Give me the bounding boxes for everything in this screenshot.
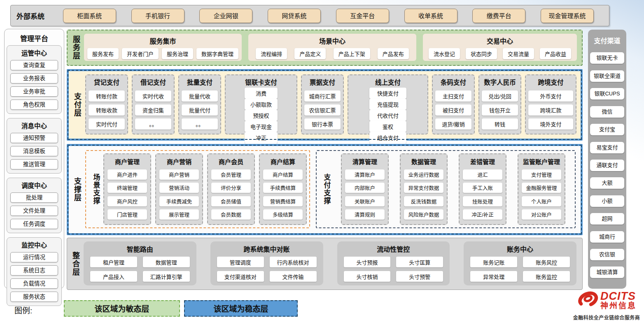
column-title: 票据支付 (304, 77, 341, 86)
capability-node: 批量代收 (182, 90, 218, 102)
capability-node: 流水登记 (429, 48, 460, 59)
payment-support-label: 支付支撑 (319, 153, 334, 225)
external-systems-list: 柜面系统手机银行企业网银网贷系统互金平台收单系统缴费平台现金管理系统 (48, 9, 609, 23)
box-title: 流动性管控 (342, 244, 445, 254)
merchant-member-column: 商户会员 会员管理评价分享会员储值会员数据 (207, 153, 255, 225)
capability-node: 账务记账 (470, 257, 517, 267)
column-title: 贷记支付 (89, 77, 125, 86)
channel-node: 大额 (590, 177, 624, 189)
group-items: 批处理文件处理任务调度 (9, 192, 60, 229)
group-title: 运管中心 (9, 48, 60, 57)
logo-company: 神州信息 (600, 302, 637, 310)
channel-node: 城银清算 (590, 266, 624, 278)
payment-channels-list: 银联无卡银联全渠道银联CUPS微信支付宝易宝支付通联支付大额小额超网城商行农信银… (590, 46, 624, 285)
capability-node: 会员管理 (211, 169, 251, 180)
capability-node: 商户结算 (263, 169, 303, 180)
column-items: 转账付款转账收款实时代付 (89, 88, 125, 132)
external-system-node: 互金平台 (336, 9, 389, 23)
column-items: 商户结算手续费结算营销费结算多级结算 (263, 167, 303, 222)
capability-node: 风险账户数据 (404, 209, 443, 220)
service-layer-label: 服务层 (68, 30, 84, 65)
capability-node: 产品发布 (378, 48, 409, 59)
group-title: 调度中心 (9, 181, 60, 190)
column-items: 实时代收资金归集。。 (135, 88, 171, 132)
capability-node: 预授权 (245, 110, 278, 121)
capability-node: 转账收款 (89, 104, 125, 116)
channel-node: 银联无卡 (590, 52, 624, 64)
capability-node: 展示管理 (159, 209, 199, 220)
capability-node: 商户风控 (107, 196, 147, 206)
capability-node: 流程编排 (256, 48, 287, 59)
capability-node: 营销费结算 (263, 196, 303, 206)
column-items: 外币支付跨境汇款境外支付 (528, 88, 573, 132)
capability-node: 头寸预警 (396, 271, 443, 282)
scene-support-label: 场景支撑 (89, 153, 103, 225)
capability-node: 实时代收 (135, 90, 171, 102)
capability-node: 会员储值 (211, 196, 251, 206)
capability-node: 银行本票 (304, 118, 341, 130)
column-items: 批量代收批量代付。。 (182, 88, 218, 132)
capability-node: 业务运行数据 (404, 169, 443, 180)
capability-node: 账务监控 (523, 271, 570, 282)
column-title: 商户营销 (159, 157, 199, 166)
capability-node: 管理调度 (217, 257, 264, 267)
capability-node: 头寸预报 (344, 257, 391, 267)
column-items: 业务运行数据异常支付数据反洗钱数据风险账户数据 (404, 167, 443, 222)
capability-node: 手续费减免 (159, 196, 199, 206)
capability-node: 电子现金 (245, 121, 278, 132)
merchant-mgmt-column: 商户管理 商户进件终端管理商户风控门店管理 (103, 153, 151, 225)
capability-node: 服务发布 (87, 48, 119, 59)
service-market-box: 服务集市 服务发布开发者门户服务治理数据字典管理 (84, 34, 242, 61)
box-items: 账务记账账务风控异常处理账务监控 (469, 257, 572, 282)
capability-node: 消费 (245, 88, 278, 99)
capability-node: 组合支付 (369, 132, 406, 143)
capability-node: 跨境汇款 (528, 104, 573, 116)
column-items: 兑出/兑回钱包开立转钱 (482, 88, 518, 132)
capability-node: 被扫支付 (435, 104, 471, 116)
column-title: 借记支付 (135, 77, 171, 86)
barcode-payment-column: 条码支付 主扫支付被扫支付退货/撤销 (432, 74, 475, 134)
payment-columns: 贷记支付 转账付款转账收款实时代付 借记支付 实时代收资金归集。。 批量支付 批… (85, 71, 581, 139)
column-items: 主扫支付被扫支付退货/撤销 (435, 88, 471, 132)
capability-node: 异常支付数据 (404, 183, 443, 193)
monitor-center-group: 监控中心 运行情况系统日志负载情况服务状态 (7, 237, 62, 306)
capability-node: 冲正 (245, 132, 278, 143)
external-system-node: 缴费平台 (472, 9, 525, 23)
architecture-diagram: 外部系统 柜面系统手机银行企业网银网贷系统互金平台收单系统缴费平台现金管理系统 … (0, 0, 644, 329)
capability-node: 开发者门户 (122, 48, 159, 59)
column-items: 会员管理评价分享会员储值会员数据 (211, 167, 251, 222)
capability-node: 转钱 (482, 118, 518, 130)
column-items: 商户营销营销活动手续费减免展示管理 (159, 167, 199, 222)
capability-node: 头寸核销 (344, 271, 391, 282)
cross-border-column: 跨境支付 外币支付跨境汇款境外支付 (525, 74, 576, 134)
payment-support-columns: 清算管理 清算账户内部账户关联账户清算规则 数据管理 业务运行数据异常支付数据反… (334, 153, 572, 225)
column-items: 退汇手工入账挂账处理冲正/补正 (463, 167, 502, 222)
group-items: 运行情况系统日志负载情况服务状态 (9, 252, 60, 302)
capability-node: 产品上下架 (334, 48, 370, 59)
capability-node: 会员数据 (211, 209, 251, 220)
column-title: 批量支付 (182, 77, 218, 86)
bill-payment-column: 票据支付 城商行汇票农信银汇票银行本票 (301, 74, 344, 134)
capability-node: 批处理 (10, 192, 58, 203)
column-items: 清算账户内部账户关联账户清算规则 (345, 167, 385, 222)
unionpay-card-column: 银联卡支付 消费小额取款预授权电子现金冲正余额查询 (225, 74, 297, 134)
online-payment-column: 线上支付 快捷支付充值提现代收代付鉴权组合支付免密支付 (348, 74, 428, 134)
external-system-node: 手机银行 (131, 9, 184, 23)
channel-node: 超网 (590, 213, 624, 225)
column-title: 商户管理 (107, 157, 147, 166)
column-title: 条码支付 (435, 77, 471, 86)
integration-boxes: 智能路由 租户管理数据管理产品接入汇路计算引擎 跨系统集中对账 管理调度行内系统… (84, 238, 582, 290)
column-title: 商户结算 (263, 157, 303, 166)
external-system-node: 企业网银 (199, 9, 252, 23)
box-title: 场景中心 (252, 36, 413, 46)
regulatory-account-column: 监管账户管理 支付管理金融服务管理个人账户对公账户 (518, 153, 565, 225)
capability-node: 服务状态 (10, 292, 58, 302)
support-layer: 支撑层 场景支撑 商户管理 商户进件终端管理商户风控门店管理 商户营销 (67, 144, 583, 235)
capability-node: 数据管理 (143, 257, 190, 267)
capability-node: 农信银汇票 (304, 104, 341, 116)
capability-node: 租户管理 (90, 257, 137, 267)
box-title: 跨系统集中对账 (215, 244, 318, 254)
merchant-marketing-column: 商户营销 商户营销营销活动手续费减免展示管理 (155, 153, 203, 225)
capability-node: 服务治理 (162, 48, 193, 59)
box-items: 租户管理数据管理产品接入汇路计算引擎 (89, 257, 191, 282)
